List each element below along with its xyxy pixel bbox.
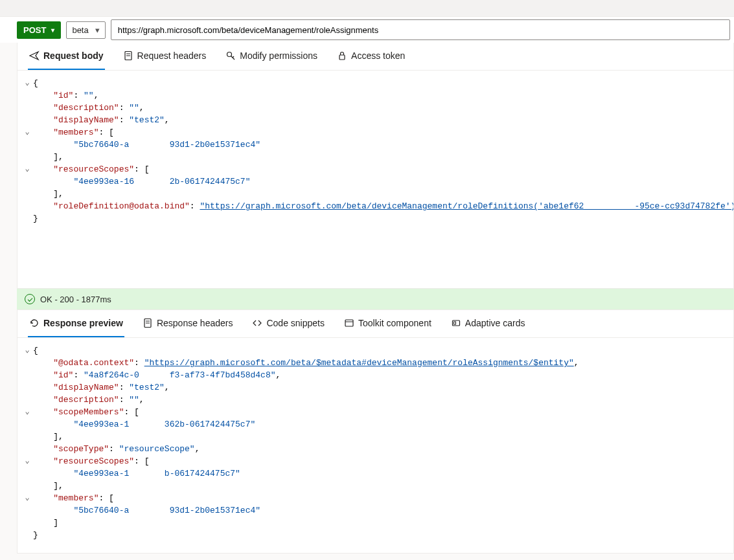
response-panel: Response preview Response headers Code s… [17,309,734,554]
tab-modify-permissions[interactable]: Modify permissions [224,43,319,70]
tab-label: Adaptive cards [465,318,525,328]
http-method-select[interactable]: POST ▾ [17,21,61,39]
request-panel: Request body Request headers Modify perm… [17,43,734,289]
request-line: POST ▾ beta ▾ [0,17,734,43]
send-icon [29,50,40,61]
request-body-editor[interactable]: ⌄{ "id": "", "description": "", "display… [17,71,733,288]
tab-request-headers[interactable]: Request headers [122,43,208,70]
response-status-bar: OK - 200 - 1877ms [17,289,734,309]
status-text: OK - 200 - 1877ms [40,295,111,304]
tab-access-token[interactable]: Access token [336,43,406,70]
toolkit-icon [344,318,354,328]
fold-icon[interactable]: ⌄ [21,455,33,467]
tab-label: Access token [351,50,405,61]
tab-label: Request body [43,50,104,61]
api-version-select[interactable]: beta ▾ [66,21,105,39]
svg-rect-10 [345,320,353,326]
document-icon [143,318,153,328]
tab-adaptive-cards[interactable]: Adaptive cards [450,310,527,337]
response-body-viewer[interactable]: ⌄{ "@odata.context": "https://graph.micr… [17,338,733,553]
request-tabs: Request body Request headers Modify perm… [17,43,733,71]
key-icon [225,50,236,61]
fold-icon[interactable]: ⌄ [21,492,33,504]
api-version-label: beta [72,25,88,35]
tab-label: Modify permissions [240,50,317,61]
svg-rect-6 [339,55,345,60]
fold-icon[interactable]: ⌄ [21,126,33,139]
tab-request-body[interactable]: Request body [28,43,105,70]
success-icon [25,294,35,304]
chevron-down-icon: ▾ [95,25,100,35]
code-icon [252,318,262,328]
tab-label: Response preview [43,318,123,328]
svg-point-3 [227,52,232,57]
undo-icon [29,318,40,328]
cards-icon [451,318,461,328]
tab-response-headers[interactable]: Response headers [141,310,235,337]
tab-response-preview[interactable]: Response preview [28,310,124,337]
top-bar [0,0,734,17]
response-tabs: Response preview Response headers Code s… [17,310,733,338]
tab-label: Response headers [157,318,233,328]
fold-icon[interactable]: ⌄ [21,77,33,89]
svg-line-5 [233,56,234,58]
tab-toolkit-component[interactable]: Toolkit component [343,310,433,337]
http-method-label: POST [23,25,46,35]
url-input[interactable] [111,19,730,40]
chevron-down-icon: ▾ [51,27,54,34]
tab-label: Request headers [137,50,207,61]
document-icon [123,50,133,61]
lock-icon [337,50,347,61]
fold-icon[interactable]: ⌄ [21,406,33,418]
tab-code-snippets[interactable]: Code snippets [251,310,326,337]
fold-icon[interactable]: ⌄ [21,344,33,357]
tab-label: Code snippets [266,318,325,328]
tab-label: Toolkit component [358,318,431,328]
svg-rect-13 [453,322,455,324]
fold-icon[interactable]: ⌄ [21,163,33,175]
